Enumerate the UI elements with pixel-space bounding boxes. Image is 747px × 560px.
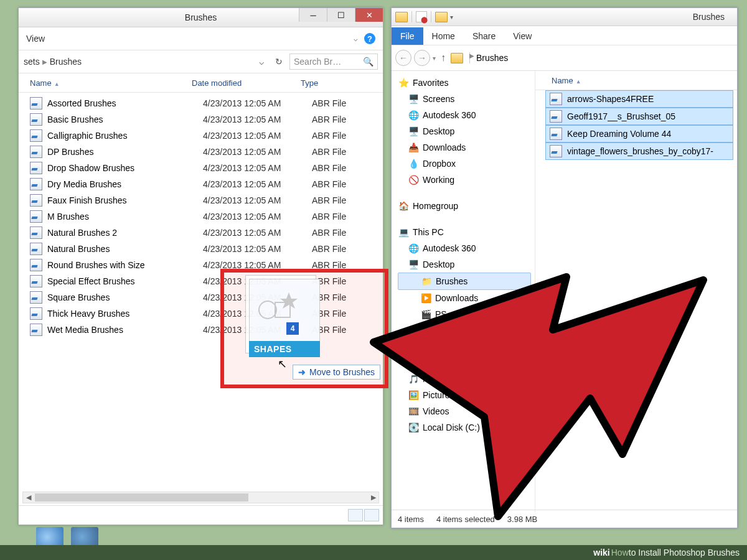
file-name: Faux Finish Brushes (47, 195, 203, 205)
file-name: DP Brushes (47, 147, 203, 157)
minimize-button[interactable]: ─ (299, 8, 327, 22)
refresh-icon[interactable]: ↻ (272, 55, 286, 68)
properties-icon[interactable]: ⬤ (416, 11, 427, 22)
close-button[interactable]: ✕ (355, 8, 383, 22)
file-type: ABR File (312, 147, 346, 157)
file-date: 4/23/2013 12:05 AM (203, 179, 312, 189)
tree-icon: 📥 (408, 142, 419, 153)
file-name: Basic Brushes (47, 114, 203, 124)
file-row-selected[interactable]: Geoff1917__s_Brushset_05 (545, 108, 733, 125)
horizontal-scrollbar[interactable]: ◀ ▶ (22, 492, 379, 503)
tree-item[interactable]: 🖥️Screens (398, 91, 535, 107)
search-input[interactable]: Search Br… 🔍 (289, 54, 378, 70)
tree-icon: 🖥️ (408, 126, 419, 137)
file-row[interactable]: M Brushes4/23/2013 12:05 AMABR File (24, 208, 383, 225)
chevron-right-icon: ▶ (469, 52, 470, 63)
chevron-down-icon[interactable]: ⌵ (255, 55, 268, 68)
breadcrumb-folder[interactable]: Brushes (476, 53, 508, 63)
tree-item[interactable]: 💧Dropbox (398, 156, 535, 172)
maximize-button[interactable]: ☐ (327, 8, 355, 22)
arrow-right-icon: ➜ (298, 367, 306, 377)
sort-asc-icon: ▲ (576, 78, 581, 85)
abr-file-icon (30, 324, 42, 336)
file-name: Square Brushes (47, 292, 203, 302)
abr-file-icon (30, 194, 42, 207)
file-date: 4/23/2013 12:05 AM (203, 244, 312, 254)
file-row[interactable]: Basic Brushes4/23/2013 12:05 AMABR File (24, 111, 383, 128)
scrollbar-thumb[interactable] (35, 493, 248, 502)
file-row[interactable]: DP Brushes4/23/2013 12:05 AMABR File (24, 144, 383, 160)
tab-view[interactable]: View (504, 27, 540, 45)
file-name: Natural Brushes 2 (47, 228, 203, 238)
file-name: Special Effect Brushes (47, 276, 203, 286)
breadcrumb[interactable]: sets ▶ Brushes (24, 57, 251, 67)
cursor-icon: ↖ (278, 357, 287, 371)
tree-item[interactable]: 🚫Working (398, 172, 535, 188)
file-row[interactable]: Assorted Brushes4/23/2013 12:05 AMABR Fi… (24, 95, 383, 111)
file-date: 4/23/2013 12:05 AM (203, 98, 312, 108)
column-headers[interactable]: Name▲ (535, 71, 737, 90)
new-folder-icon[interactable] (435, 12, 448, 22)
nav-up-button[interactable]: ↑ (441, 52, 446, 63)
tree-item[interactable]: 🖥️Desktop (398, 123, 535, 139)
nav-back-button[interactable]: ← (395, 50, 411, 66)
help-icon[interactable]: ? (364, 33, 375, 44)
view-tab[interactable]: View (26, 34, 45, 44)
abr-file-icon (30, 97, 42, 110)
file-row[interactable]: Drop Shadow Brushes4/23/2013 12:05 AMABR… (24, 160, 383, 176)
file-name: Thick Heavy Brushes (47, 309, 203, 319)
abr-file-icon (30, 275, 42, 287)
chevron-down-icon[interactable]: ⌵ (354, 35, 358, 43)
file-type: ABR File (312, 195, 346, 205)
file-date: 4/23/2013 12:05 AM (203, 228, 312, 238)
title-bar[interactable]: Brushes ─ ☐ ✕ (19, 8, 383, 27)
file-row[interactable]: Dry Media Brushes4/23/2013 12:05 AMABR F… (24, 176, 383, 192)
abr-file-icon (30, 210, 42, 223)
file-name: Dry Media Brushes (47, 179, 203, 189)
sort-asc-icon: ▲ (54, 81, 60, 87)
shapes-icon (256, 289, 300, 325)
abr-file-icon (30, 307, 42, 320)
file-type: ABR File (312, 114, 346, 124)
tree-favorites[interactable]: ⭐Favorites (398, 75, 535, 91)
file-row-selected[interactable]: arrows-Shapes4FREE (545, 90, 733, 108)
file-row[interactable]: Natural Brushes 24/23/2013 12:05 AMABR F… (24, 225, 383, 241)
file-name: Wet Media Brushes (47, 325, 203, 335)
column-headers[interactable]: Name▲ Date modified Type (19, 73, 383, 93)
tree-item[interactable]: 🌐Autodesk 360 (398, 107, 535, 123)
tab-home[interactable]: Home (423, 27, 464, 45)
chevron-down-icon[interactable]: ▾ (433, 55, 436, 62)
chevron-down-icon[interactable]: ▾ (450, 14, 453, 21)
abr-file-icon (30, 291, 42, 304)
command-bar: View ⌵ ? (19, 27, 383, 50)
file-row[interactable]: Natural Brushes4/23/2013 12:05 AMABR Fil… (24, 241, 383, 257)
scroll-left-icon[interactable]: ◀ (23, 493, 34, 502)
file-type: ABR File (312, 98, 346, 108)
file-name: Calligraphic Brushes (47, 131, 203, 141)
abr-file-icon (30, 226, 42, 239)
file-row-selected[interactable]: vintage_flowers_brushes_by_coby17- (545, 142, 733, 160)
file-name: Round Brushes with Size (47, 260, 203, 270)
tab-share[interactable]: Share (464, 27, 504, 45)
nav-forward-button[interactable]: → (414, 50, 430, 66)
file-type: ABR File (312, 131, 346, 141)
abr-file-icon (30, 129, 42, 142)
quick-access-toolbar: ⬤ ▾ Brushes (392, 8, 737, 26)
tab-file[interactable]: File (392, 27, 423, 45)
tree-homegroup[interactable]: 🏠Homegroup (398, 198, 535, 214)
tree-item[interactable]: 📥Downloads (398, 139, 535, 156)
file-name: Assorted Brushes (47, 98, 203, 108)
file-date: 4/23/2013 12:05 AM (203, 131, 312, 141)
file-row[interactable]: Faux Finish Brushes4/23/2013 12:05 AMABR… (24, 192, 383, 208)
drag-count-badge: 4 (285, 321, 300, 336)
drag-ghost: 4 SHAPES (245, 275, 316, 353)
file-date: 4/23/2013 12:05 AM (203, 163, 312, 173)
folder-icon[interactable] (395, 12, 408, 22)
window-title: Brushes (185, 12, 217, 22)
file-row[interactable]: Calligraphic Brushes4/23/2013 12:05 AMAB… (24, 128, 383, 144)
star-icon: ⭐ (398, 77, 409, 88)
abr-file-icon (550, 110, 562, 123)
window-title: Brushes (693, 12, 725, 22)
file-row-selected[interactable]: Keep Dreaming Volume 44 (545, 125, 733, 142)
file-date: 4/23/2013 12:05 AM (203, 195, 312, 205)
